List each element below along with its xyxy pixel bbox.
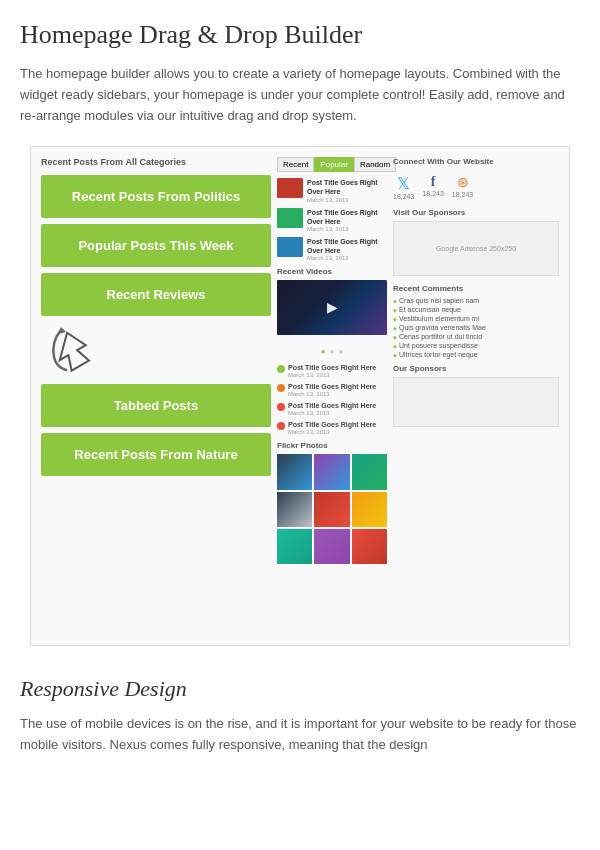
module-recent-reviews[interactable]: Recent Reviews [41,273,271,316]
intro-text: The homepage builder allows you to creat… [20,64,580,126]
comment-item-3: Vestibulum elementum mi [393,315,559,322]
flickr-grid [277,454,387,564]
video-thumbnail[interactable] [277,280,387,335]
module-popular-posts-week[interactable]: Popular Posts This Week [41,224,271,267]
rp-row-2: Post Title Goes Right Here March 13, 201… [277,382,387,397]
tab-popular[interactable]: Popular [314,157,354,172]
comments-label: Recent Comments [393,284,559,293]
rp-row-1: Post Title Goes Right Here March 13, 201… [277,363,387,378]
facebook-icon: f [422,174,443,190]
flickr-item-8[interactable] [314,529,349,564]
post-thumb-3 [277,237,303,257]
tab-recent[interactable]: Recent [277,157,314,172]
page-content: Homepage Drag & Drop Builder The homepag… [0,0,600,646]
social-facebook[interactable]: f 18,243 [422,174,443,200]
screenshot-container: Recent Posts From All Categories Recent … [30,146,570,646]
flickr-item-7[interactable] [277,529,312,564]
rp-dot-3 [277,403,285,411]
post-item-3: Post Title Goes Right Over Here March 13… [277,237,387,261]
flickr-label: Flickr Photos [277,441,387,450]
social-twitter[interactable]: 𝕏 18,243 [393,174,414,200]
flickr-item-3[interactable] [352,454,387,489]
flickr-item-4[interactable] [277,492,312,527]
social-rss[interactable]: ⊛ 18,243 [452,174,473,200]
rp-dot-2 [277,384,285,392]
comment-item-2: Et accumsan neque [393,306,559,313]
comment-item-7: Ultrices tortor eget neque [393,351,559,358]
post-info-1: Post Title Goes Right Over Here March 13… [307,178,387,202]
our-sponsors-label: Our Sponsors [393,364,559,373]
adsense-box: Google Adsense 250x250 [393,221,559,276]
comment-item-4: Quis gravida venenatis Mae [393,324,559,331]
facebook-count: 18,243 [422,190,443,197]
right-panel: Connect With Our Website 𝕏 18,243 f 18,2… [393,157,559,635]
flickr-item-6[interactable] [352,492,387,527]
post-info-2: Post Title Goes Right Over Here March 13… [307,208,387,232]
module-recent-posts-politics[interactable]: Recent Posts From Politics [41,175,271,218]
tabs-row: Recent Popular Random [277,157,387,172]
responsive-title: Responsive Design [20,676,580,702]
post-thumb-2 [277,208,303,228]
flickr-item-5[interactable] [314,492,349,527]
post-info-3: Post Title Goes Right Over Here March 13… [307,237,387,261]
comment-item-1: Cras quis nisi sapien nam [393,297,559,304]
drag-arrow-icon [46,322,101,377]
rp-dot-1 [277,365,285,373]
flickr-item-1[interactable] [277,454,312,489]
sponsor-box [393,377,559,427]
flickr-item-2[interactable] [314,454,349,489]
adsense-text: Google Adsense 250x250 [436,245,516,252]
middle-panel: Recent Popular Random Post Title Goes Ri… [277,157,387,635]
comment-item-6: Unt posuere suspendisse [393,342,559,349]
sponsors-label: Visit Our Sponsors [393,208,559,217]
comment-item-5: Cenas porttitor ut dui tincid [393,333,559,340]
twitter-count: 18,243 [393,193,414,200]
post-item-1: Post Title Goes Right Over Here March 13… [277,178,387,202]
social-row: 𝕏 18,243 f 18,243 ⊛ 18,243 [393,174,559,200]
bottom-section: Responsive Design The use of mobile devi… [0,676,600,776]
module-recent-posts-nature[interactable]: Recent Posts From Nature [41,433,271,476]
post-item-2: Post Title Goes Right Over Here March 13… [277,208,387,232]
responsive-text: The use of mobile devices is on the rise… [20,714,580,756]
connect-header: Connect With Our Website [393,157,559,166]
main-title: Homepage Drag & Drop Builder [20,20,580,50]
left-panel: Recent Posts From All Categories Recent … [41,157,271,635]
twitter-icon: 𝕏 [393,174,414,193]
rss-icon: ⊛ [452,174,473,191]
post-thumb-1 [277,178,303,198]
rp-dot-4 [277,422,285,430]
recent-videos-label: Recent Videos [277,267,387,276]
flickr-item-9[interactable] [352,529,387,564]
module-tabbed-posts[interactable]: Tabbed Posts [41,384,271,427]
rss-count: 18,243 [452,191,473,198]
left-panel-header: Recent Posts From All Categories [41,157,271,167]
rp-row-3: Post Title Goes Right Here March 13, 201… [277,401,387,416]
rp-row-4: Post Title Goes Right Here March 13, 201… [277,420,387,435]
tab-random[interactable]: Random [354,157,396,172]
